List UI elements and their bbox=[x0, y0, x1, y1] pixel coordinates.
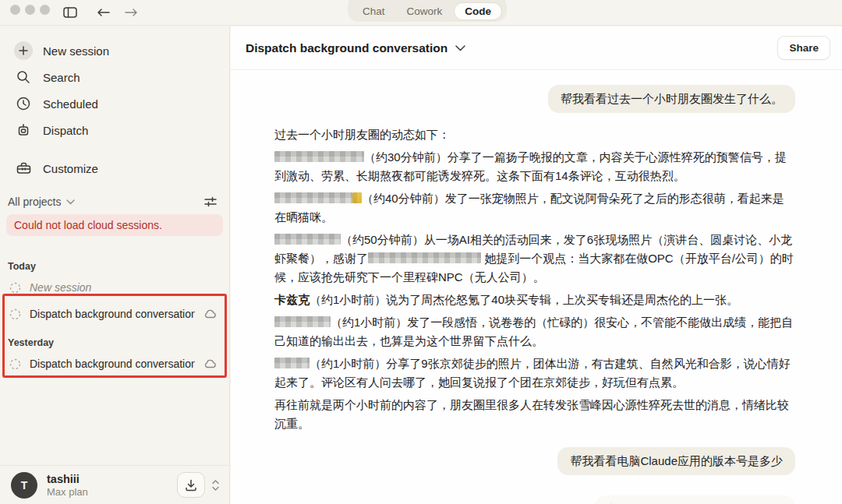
assistant-paragraph: （约30分钟前）分享了一篇扬子晚报的文章，内容关于心源性猝死的预警信号，提到激动… bbox=[274, 148, 795, 185]
redacted-name bbox=[274, 316, 331, 327]
sidebar-item-customize[interactable]: Customize bbox=[0, 155, 229, 182]
assistant-message: 过去一个小时朋友圈的动态如下：（约30分钟前）分享了一篇扬子晚报的文章，内容关于… bbox=[274, 125, 795, 437]
tab-cowork[interactable]: Cowork bbox=[397, 3, 453, 19]
download-button[interactable] bbox=[177, 472, 205, 498]
conversation-header: Dispatch background conversation Share bbox=[231, 26, 842, 70]
search-icon bbox=[16, 70, 30, 84]
account-meta: tashiii Max plan bbox=[47, 473, 177, 498]
filter-sliders-icon[interactable] bbox=[204, 196, 217, 207]
tab-code[interactable]: Code bbox=[454, 2, 502, 20]
mode-switcher: Chat Cowork Code bbox=[348, 0, 507, 22]
assistant-paragraph: 再往前就是两个小时前的内容了，朋友圈里很多人在转发张雪峰因心源性猝死去世的消息，… bbox=[274, 396, 795, 433]
assistant-paragraph: （约1小时前）发了一段感悟，说卷卷的（忙碌的）很安心，不管能不能做出成绩，能把自… bbox=[274, 313, 795, 351]
forward-button[interactable] bbox=[122, 4, 140, 21]
section-heading-today: Today bbox=[8, 261, 229, 272]
forward-arrow-icon bbox=[125, 8, 138, 17]
projects-filter-label: All projects bbox=[8, 196, 61, 208]
nav-label: Dispatch bbox=[43, 124, 88, 137]
sidebar-item-search[interactable]: Search bbox=[0, 64, 229, 90]
redacted-emoji bbox=[352, 192, 362, 203]
dashed-circle-icon bbox=[9, 358, 21, 370]
session-label: New session bbox=[30, 281, 217, 294]
projects-filter[interactable]: All projects bbox=[0, 192, 229, 212]
chevron-down-icon bbox=[66, 199, 75, 205]
dashed-circle-icon bbox=[9, 282, 21, 294]
customize-toolbox-icon bbox=[16, 161, 31, 175]
sidebar-item-dispatch[interactable]: Dispatch bbox=[0, 117, 229, 143]
session-label: Dispatch background conversation bbox=[30, 308, 195, 320]
share-button[interactable]: Share bbox=[777, 36, 830, 60]
chevron-up-down-icon bbox=[211, 478, 220, 492]
error-text: Could not load cloud sessions. bbox=[14, 219, 162, 231]
assistant-paragraph: 过去一个小时朋友圈的动态如下： bbox=[274, 125, 795, 144]
dashed-circle-icon bbox=[9, 308, 21, 320]
title-bar: Chat Cowork Code bbox=[0, 0, 842, 26]
user-message-bubble: 帮我找一下今晚上电脑的录屏文件 bbox=[595, 495, 795, 504]
user-message-bubble: 帮我看看电脑Claude应用的版本号是多少 bbox=[557, 447, 795, 475]
session-label: Dispatch background conversation bbox=[30, 358, 195, 370]
tab-chat[interactable]: Chat bbox=[352, 3, 395, 19]
highlighted-name: 卡兹克 bbox=[274, 293, 310, 306]
session-item-dispatch-today[interactable]: Dispatch background conversation bbox=[0, 303, 229, 325]
conversation-title[interactable]: Dispatch background conversation bbox=[246, 41, 448, 55]
sidebar-nav: New session Search Scheduled bbox=[0, 26, 229, 182]
avatar-letter: T bbox=[21, 479, 28, 492]
assistant-paragraph: （约1小时前）分享了9张京郊徒步的照片，团体出游，有古建筑、自然风光和合影，说心… bbox=[274, 354, 795, 392]
assistant-paragraph: 卡兹克（约1小时前）说为了周杰伦怒氪了40块买专辑，上次买专辑还是周杰伦的上一张… bbox=[274, 291, 795, 309]
user-message-row: 帮我看看过去一个小时朋友圈发生了什么。 bbox=[274, 85, 795, 113]
plus-icon bbox=[14, 41, 33, 60]
section-heading-yesterday: Yesterday bbox=[8, 337, 229, 348]
title-chevron-button[interactable] bbox=[455, 45, 465, 51]
user-message-row: 帮我找一下今晚上电脑的录屏文件 bbox=[274, 495, 795, 504]
account-name: tashiii bbox=[47, 473, 177, 485]
sidebar-toggle-button[interactable] bbox=[61, 4, 80, 21]
sidebar-item-scheduled[interactable]: Scheduled bbox=[0, 90, 229, 117]
nav-label: Search bbox=[43, 71, 80, 84]
user-message-row: 帮我看看电脑Claude应用的版本号是多少 bbox=[274, 447, 795, 475]
conversation-transcript[interactable]: 帮我看看过去一个小时朋友圈发生了什么。过去一个小时朋友圈的动态如下：（约30分钟… bbox=[231, 71, 842, 504]
assistant-paragraph: （约50分钟前）从一场AI相关的活动回来，发了6张现场照片（演讲台、圆桌讨论、小… bbox=[274, 231, 795, 287]
back-button[interactable] bbox=[94, 4, 112, 21]
window-controls[interactable] bbox=[10, 5, 50, 15]
redacted-name bbox=[368, 252, 481, 263]
minimize-window-icon[interactable] bbox=[25, 5, 35, 15]
nav-label: Customize bbox=[43, 162, 98, 175]
redacted-name bbox=[274, 192, 352, 203]
session-item-new-draft[interactable]: New session bbox=[0, 277, 229, 298]
expand-collapse-control[interactable] bbox=[211, 478, 220, 492]
zoom-window-icon[interactable] bbox=[40, 5, 50, 15]
nav-label: New session bbox=[43, 44, 109, 58]
sidebar: New session Search Scheduled bbox=[0, 26, 230, 504]
user-message-bubble: 帮我看看过去一个小时朋友圈发生了什么。 bbox=[548, 85, 795, 113]
cloud-sessions-error-banner: Could not load cloud sessions. bbox=[6, 214, 223, 236]
back-arrow-icon bbox=[97, 8, 110, 17]
app-window: Chat Cowork Code New session Search bbox=[0, 0, 842, 504]
main-panel: Dispatch background conversation Share 帮… bbox=[231, 26, 842, 504]
account-section[interactable]: T tashiii Max plan bbox=[0, 465, 229, 504]
sidebar-toggle-icon bbox=[63, 7, 77, 18]
redacted-name bbox=[274, 151, 364, 162]
cloud-icon bbox=[203, 309, 217, 319]
chevron-down-icon bbox=[455, 45, 465, 51]
account-plan: Max plan bbox=[47, 486, 177, 498]
avatar: T bbox=[11, 472, 37, 499]
redacted-name bbox=[274, 358, 310, 368]
download-icon bbox=[185, 479, 197, 492]
session-item-dispatch-yesterday[interactable]: Dispatch background conversation bbox=[0, 353, 229, 375]
cloud-icon bbox=[203, 359, 217, 368]
sidebar-item-new-session[interactable]: New session bbox=[0, 37, 229, 64]
clock-icon bbox=[16, 97, 30, 111]
assistant-paragraph: （约40分钟前）发了一张宠物照片，配文说阿骨朵死了之后的形态很萌，看起来是在晒猫… bbox=[274, 189, 795, 227]
nav-label: Scheduled bbox=[43, 97, 98, 111]
redacted-name bbox=[274, 234, 341, 245]
close-window-icon[interactable] bbox=[10, 5, 20, 15]
dispatch-robot-icon bbox=[16, 123, 30, 137]
